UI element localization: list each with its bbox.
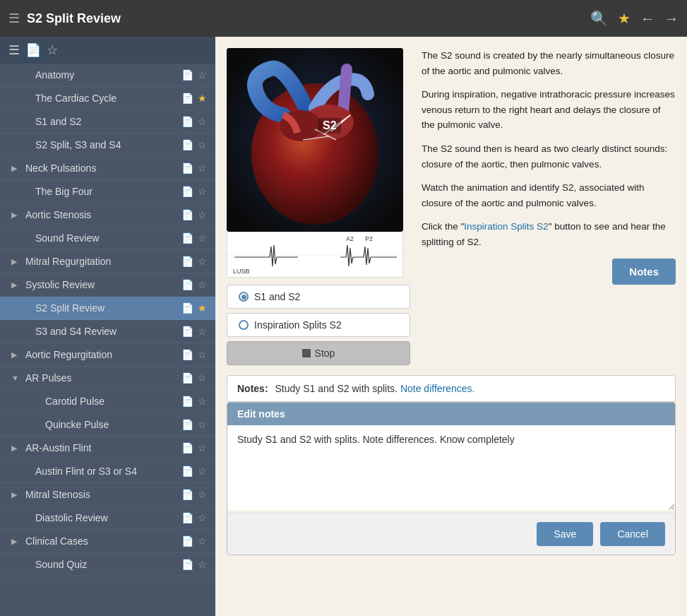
radio-s1-s2[interactable]: S1 and S2 — [227, 285, 410, 309]
star-icon[interactable]: ★ — [618, 10, 631, 27]
sidebar-item-aortic-regurg[interactable]: ▶ Aortic Regurgitation 📄 ☆ — [0, 343, 215, 367]
doc-icon: 📄 — [181, 279, 193, 290]
edit-notes-textarea[interactable]: Study S1 and S2 with splits. Note differ… — [227, 425, 675, 510]
notes-text-plain: Study S1 and S2 with splits. — [275, 383, 400, 394]
sidebar-item-label: Anatomy — [35, 69, 74, 81]
chevron-icon: ▼ — [11, 374, 21, 382]
titlebar-right: 🔍 ★ ← → — [590, 10, 679, 27]
sidebar-item-mitral-regurg[interactable]: ▶ Mitral Regurgitation 📄 ☆ — [0, 250, 215, 273]
sidebar-list: Anatomy 📄 ☆ The Cardiac Cycle 📄 ★ — [0, 64, 215, 616]
radio-inspiration-splits[interactable]: Inspiration Splits S2 — [227, 313, 410, 337]
doc-icon: 📄 — [181, 535, 193, 547]
desc-para-3: The S2 sound then is heard as two clearl… — [422, 141, 676, 172]
doc-icon: 📄 — [181, 349, 193, 360]
desc-para-2: During inspiration, negative intrathorac… — [422, 87, 676, 133]
doc-icon: 📄 — [181, 232, 193, 244]
sidebar-item-label: Sound Review — [35, 232, 99, 244]
star-outline-icon[interactable]: ☆ — [47, 42, 58, 58]
sidebar-item-s1-s2[interactable]: S1 and S2 📄 ☆ — [0, 110, 215, 134]
star-icon: ☆ — [198, 512, 207, 523]
sidebar-item-ar-pulses[interactable]: ▼ AR Pulses 📄 ☆ — [0, 367, 215, 390]
controls-area: S1 and S2 Inspiration Splits S2 Stop — [227, 278, 410, 365]
sidebar-item-s3-s4-review[interactable]: S3 and S4 Review 📄 ☆ — [0, 320, 215, 343]
list-icon[interactable]: ☰ — [8, 42, 20, 58]
star-icon: ☆ — [198, 419, 207, 430]
star-icon-active: ★ — [198, 93, 207, 104]
desc-para-5: Click the "Inspiration Splits S2" button… — [422, 219, 676, 249]
notes-link-text[interactable]: Note differences. — [400, 383, 475, 394]
content-top: S2 A2 — [215, 37, 687, 365]
sidebar-item-s2-split-review[interactable]: S2 Split Review 📄 ★ — [0, 297, 215, 320]
main-layout: ☰ 📄 ☆ Anatomy 📄 ☆ The Cardiac Cycle — [0, 37, 687, 616]
sidebar-item-clinical-cases[interactable]: ▶ Clinical Cases 📄 ☆ — [0, 530, 215, 553]
chevron-icon: ▶ — [11, 490, 21, 499]
sidebar-item-sound-review[interactable]: Sound Review 📄 ☆ — [0, 227, 215, 250]
sidebar-item-label: The Cardiac Cycle — [35, 93, 117, 104]
edit-notes-section: Edit notes Study S1 and S2 with splits. … — [227, 402, 676, 555]
notes-button[interactable]: Notes — [612, 259, 676, 285]
chevron-icon: ▶ — [11, 211, 21, 220]
star-icon: ☆ — [198, 535, 207, 547]
sidebar-item-label: Diastolic Review — [35, 512, 108, 523]
sidebar-item-austin-flint-s3-s4[interactable]: Austin Flint or S3 or S4 📄 ☆ — [0, 460, 215, 483]
sidebar-item-ar-austin-flint[interactable]: ▶ AR-Austin Flint 📄 ☆ — [0, 437, 215, 460]
doc-icon: 📄 — [181, 326, 193, 337]
doc-icon: 📄 — [181, 69, 193, 81]
titlebar: ☰ S2 Split Review 🔍 ★ ← → — [0, 0, 687, 37]
sidebar-item-label: Aortic Stenosis — [25, 209, 91, 220]
sidebar-item-label: Systolic Review — [25, 279, 95, 290]
star-icon: ☆ — [198, 396, 207, 407]
star-icon: ☆ — [198, 69, 207, 81]
sidebar-toolbar: ☰ 📄 ☆ — [0, 37, 215, 64]
stop-button[interactable]: Stop — [227, 341, 410, 365]
sidebar-item-quincke-pulse[interactable]: Quincke Pulse 📄 ☆ — [0, 413, 215, 437]
sidebar-item-anatomy[interactable]: Anatomy 📄 ☆ — [0, 64, 215, 87]
forward-icon[interactable]: → — [664, 11, 679, 27]
sidebar-item-mitral-stenosis[interactable]: ▶ Mitral Stenosis 📄 ☆ — [0, 483, 215, 507]
sidebar-item-label: The Big Four — [35, 186, 92, 197]
notes-label: Notes: — [237, 383, 268, 394]
chevron-icon: ▶ — [11, 350, 21, 360]
star-icon: ☆ — [198, 372, 207, 384]
radio-circle-s1-s2 — [239, 292, 249, 302]
sidebar-item-aortic-stenosis[interactable]: ▶ Aortic Stenosis 📄 ☆ — [0, 203, 215, 227]
s2-label: S2 — [318, 118, 341, 134]
star-icon: ☆ — [198, 466, 207, 477]
inspiration-splits-link[interactable]: Inspiration Splits S2 — [464, 221, 548, 232]
sidebar-item-carotid-pulse[interactable]: Carotid Pulse 📄 ☆ — [0, 390, 215, 413]
sidebar-item-sound-quiz[interactable]: Sound Quiz 📄 ☆ — [0, 553, 215, 576]
sidebar-item-neck-pulsations[interactable]: ▶ Neck Pulsations 📄 ☆ — [0, 157, 215, 180]
star-icon: ☆ — [198, 489, 207, 500]
cancel-button[interactable]: Cancel — [600, 522, 665, 546]
sidebar-item-label: S2 Split, S3 and S4 — [35, 139, 121, 150]
doc-icon: 📄 — [181, 162, 193, 174]
sidebar-item-cardiac-cycle[interactable]: The Cardiac Cycle 📄 ★ — [0, 87, 215, 110]
sidebar-item-label: Neck Pulsations — [25, 162, 96, 174]
sidebar-item-systolic-review[interactable]: ▶ Systolic Review 📄 ☆ — [0, 273, 215, 297]
star-icon-active: ★ — [198, 302, 207, 314]
description-text: The S2 sound is created by the nearly si… — [410, 48, 676, 259]
sidebar-item-label: Carotid Pulse — [45, 396, 104, 407]
edit-notes-footer: Save Cancel — [227, 513, 675, 555]
desc-para-4: Watch the animation and identify S2, ass… — [422, 180, 676, 211]
sidebar-item-diastolic-review[interactable]: Diastolic Review 📄 ☆ — [0, 507, 215, 530]
star-icon: ☆ — [198, 116, 207, 127]
chevron-icon: ▶ — [11, 280, 21, 290]
chevron-icon: ▶ — [11, 537, 21, 546]
back-icon[interactable]: ← — [640, 11, 655, 27]
sidebar-item-s2split[interactable]: S2 Split, S3 and S4 📄 ☆ — [0, 134, 215, 157]
sidebar-item-label: Sound Quiz — [35, 559, 87, 570]
doc-icon[interactable]: 📄 — [25, 42, 41, 58]
sidebar-item-label: AR Pulses — [25, 372, 71, 384]
sidebar-item-label: Austin Flint or S3 or S4 — [35, 466, 137, 477]
search-icon[interactable]: 🔍 — [590, 10, 608, 27]
save-button[interactable]: Save — [537, 522, 593, 546]
doc-icon: 📄 — [181, 93, 193, 104]
doc-icon: 📄 — [181, 396, 193, 407]
chevron-icon: ▶ — [11, 444, 21, 453]
stop-label: Stop — [315, 348, 335, 359]
doc-icon: 📄 — [181, 512, 193, 523]
menu-icon[interactable]: ☰ — [8, 11, 20, 26]
sidebar-item-big-four[interactable]: The Big Four 📄 ☆ — [0, 180, 215, 203]
star-icon: ☆ — [198, 139, 207, 150]
